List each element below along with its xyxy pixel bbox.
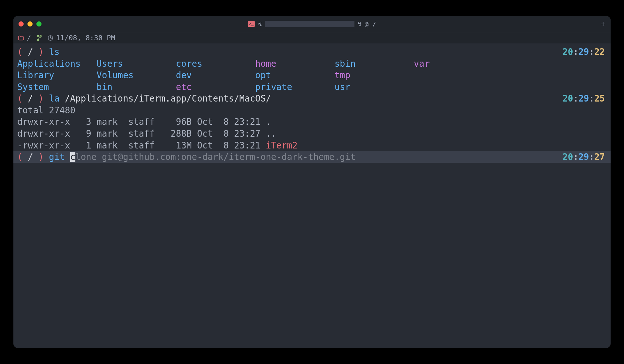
- svg-point-2: [37, 39, 39, 41]
- la-size: 13M: [160, 140, 197, 150]
- ls-item: Applications: [17, 58, 96, 69]
- status-bar: / 11/0: [13, 32, 611, 43]
- ls-item: Users: [96, 58, 176, 69]
- ls-item: etc: [176, 82, 255, 92]
- ls-row: Applications Users cores home sbin var: [17, 58, 607, 70]
- prompt-open: (: [17, 93, 23, 103]
- ls-item: var: [414, 58, 493, 69]
- la-size: 288B: [160, 128, 197, 139]
- ls-item: opt: [255, 70, 334, 80]
- ls-item: usr: [334, 82, 414, 92]
- la-links: 3: [81, 117, 97, 127]
- la-perm: drwxr-xr-x: [17, 128, 81, 139]
- la-group: staff: [128, 140, 160, 150]
- la-perm: -rwxr-xr-x: [17, 140, 81, 150]
- status-timestamp: 11/08, 8:30 PM: [56, 33, 115, 42]
- ls-item: cores: [176, 58, 255, 69]
- ls-item: Volumes: [96, 70, 176, 80]
- status-folder: /: [18, 33, 31, 42]
- terminal-window: >_ ↯ ↯ @ / + /: [13, 16, 611, 348]
- tab-bar[interactable]: [265, 21, 354, 27]
- title-arrow-right: ↯: [358, 20, 361, 28]
- ls-item: [414, 82, 493, 92]
- folder-icon: [18, 35, 24, 41]
- command-name: git: [49, 152, 70, 162]
- ls-item: [414, 70, 493, 80]
- ls-item: tmp: [334, 70, 414, 80]
- prompt-open: (: [17, 152, 23, 162]
- ls-item: sbin: [334, 58, 414, 69]
- command-name: ls: [49, 47, 59, 57]
- command-args: /Applications/iTerm.app/Contents/MacOS/: [59, 93, 271, 103]
- minimize-button[interactable]: [27, 21, 33, 27]
- prompt-close: ): [38, 152, 44, 162]
- la-date: Oct 8 23:21: [197, 117, 266, 127]
- cursor: c: [70, 152, 76, 162]
- la-links: 1: [81, 140, 97, 150]
- window-title: >_ ↯ ↯ @ /: [248, 20, 376, 28]
- prompt-close: ): [38, 93, 44, 103]
- la-row: drwxr-xr-x 9 mark staff 288B Oct 8 23:27…: [17, 128, 607, 140]
- fullscreen-button[interactable]: [36, 21, 42, 27]
- la-total: total 27480: [17, 104, 607, 116]
- la-group: staff: [128, 117, 160, 127]
- la-size: 96B: [160, 117, 197, 127]
- la-row: drwxr-xr-x 3 mark staff 96B Oct 8 23:21 …: [17, 116, 607, 128]
- title-path-label: @ /: [365, 20, 376, 28]
- la-name: .: [266, 117, 271, 127]
- la-owner: mark: [96, 128, 128, 139]
- traffic-lights: [19, 21, 42, 27]
- ls-row: Library Volumes dev opt tmp: [17, 69, 607, 81]
- la-name: iTerm2: [266, 140, 297, 150]
- titlebar: >_ ↯ ↯ @ / +: [13, 16, 611, 32]
- prompt-path: /: [23, 152, 39, 162]
- prompt-path: /: [23, 93, 39, 103]
- la-name: ..: [266, 128, 276, 139]
- svg-point-0: [37, 35, 39, 37]
- command-timestamp: 20:29:25: [563, 93, 605, 103]
- terminal-content[interactable]: ( / ) ls20:29:22Applications Users cores…: [13, 43, 611, 348]
- la-owner: mark: [96, 117, 128, 127]
- prompt-path: /: [23, 47, 39, 57]
- ls-item: home: [255, 58, 334, 69]
- status-time: 11/08, 8:30 PM: [48, 33, 115, 42]
- clock-icon: [48, 35, 53, 41]
- ls-item: Library: [17, 70, 96, 80]
- close-button[interactable]: [19, 21, 24, 27]
- autosuggestion: lone git@github.com:one-dark/iterm-one-d…: [75, 152, 356, 162]
- status-branch: [37, 35, 42, 41]
- command-timestamp: 20:29:27: [563, 152, 605, 162]
- command-timestamp: 20:29:22: [563, 47, 605, 57]
- la-owner: mark: [96, 140, 128, 150]
- la-row: -rwxr-xr-x 1 mark staff 13M Oct 8 23:21 …: [17, 140, 607, 151]
- title-arrow-left: ↯: [258, 20, 262, 28]
- la-perm: drwxr-xr-x: [17, 117, 81, 127]
- ls-item: bin: [96, 82, 176, 92]
- new-tab-button[interactable]: +: [601, 19, 605, 29]
- ls-item: dev: [176, 70, 255, 80]
- terminal-icon: >_: [248, 21, 255, 27]
- la-group: staff: [128, 128, 160, 139]
- prompt-close: ): [38, 47, 44, 57]
- prompt-line-active[interactable]: ( / ) git clone git@github.com:one-dark/…: [13, 151, 611, 163]
- ls-row: System bin etc private usr: [17, 81, 607, 93]
- prompt-line: ( / ) ls20:29:22: [17, 46, 607, 58]
- la-date: Oct 8 23:27: [197, 128, 266, 139]
- la-date: Oct 8 23:21: [197, 140, 266, 150]
- command-name: la: [49, 93, 59, 103]
- status-folder-path: /: [27, 33, 31, 42]
- la-links: 9: [81, 128, 97, 139]
- git-branch-icon: [37, 35, 42, 41]
- ls-item: System: [17, 82, 96, 92]
- svg-point-1: [40, 35, 42, 37]
- prompt-line: ( / ) la /Applications/iTerm.app/Content…: [17, 93, 607, 104]
- ls-item: private: [255, 82, 334, 92]
- prompt-open: (: [17, 47, 23, 57]
